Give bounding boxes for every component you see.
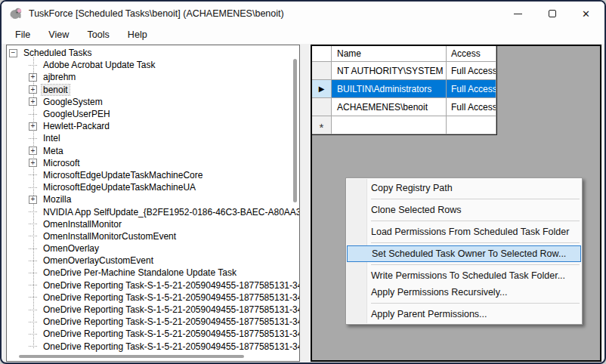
tree-item-microsoft[interactable]: +Microsoft bbox=[9, 157, 292, 169]
tree-item-onedrive[interactable]: OneDrive Reporting Task-S-1-5-21-2059049… bbox=[9, 341, 292, 353]
tree-item-hewlett-packard[interactable]: +Hewlett-Packard bbox=[9, 120, 292, 132]
context-menu-item-load-permissions-from-scheduled-task-fol[interactable]: Load Permissions From Scheduled Task Fol… bbox=[346, 224, 582, 240]
tree-item-omeninstallmonitor[interactable]: OmenInstallMonitor bbox=[9, 218, 292, 230]
grid-cell-name[interactable]: NT AUTHORITY\SYSTEM bbox=[332, 62, 447, 80]
tree-item-label[interactable]: OneDrive Reporting Task-S-1-5-21-2059049… bbox=[42, 316, 300, 327]
grid-cell-access[interactable]: Full Access bbox=[447, 80, 496, 98]
context-menu-item-clone-selected-rows[interactable]: Clone Selected Rows bbox=[346, 202, 582, 218]
tree-item-microsoftedgeupdatetaskmachineua[interactable]: MicrosoftEdgeUpdateTaskMachineUA bbox=[9, 181, 292, 193]
tree-horizontal-scrollbar[interactable] bbox=[19, 355, 244, 358]
tree-item-omenoverlay[interactable]: OmenOverlay bbox=[9, 242, 292, 254]
collapse-icon[interactable]: − bbox=[9, 49, 17, 57]
tree-item-label[interactable]: NVIDIA App SelfUpdate_{B2FE1952-0186-46C… bbox=[42, 207, 300, 217]
tree-item-label[interactable]: Microsoft bbox=[42, 158, 82, 168]
tree-item-label[interactable]: OmenOverlayCustomEvent bbox=[42, 255, 155, 266]
grid-row[interactable]: ▶BUILTIN\AdministratorsFull Access bbox=[312, 80, 496, 98]
tree-item-onedrive[interactable]: OneDrive Reporting Task-S-1-5-21-2059049… bbox=[9, 316, 292, 328]
tree-item-label[interactable]: OmenOverlay bbox=[42, 243, 100, 254]
grid-row-selector[interactable] bbox=[312, 98, 332, 116]
tree-item-intel[interactable]: Intel bbox=[9, 132, 292, 144]
menu-help[interactable]: Help bbox=[120, 27, 155, 42]
tree-item-onedrive[interactable]: OneDrive Reporting Task-S-1-5-21-2059049… bbox=[9, 328, 292, 340]
mammoth-app-icon bbox=[9, 7, 23, 20]
tree-item-microsoftedgeupdatetaskmachinecore[interactable]: MicrosoftEdgeUpdateTaskMachineCore bbox=[9, 169, 292, 181]
tree-item-label[interactable]: OneDrive Per-Machine Standalone Update T… bbox=[42, 267, 238, 278]
tree-vertical-scrollbar[interactable] bbox=[293, 59, 297, 202]
grid-cell-access[interactable]: Full Access bbox=[447, 62, 496, 80]
grid-cell-name-empty[interactable] bbox=[332, 116, 447, 134]
tree-item-omeninstallmonitorcustomevent[interactable]: OmenInstallMonitorCustomEvent bbox=[9, 230, 292, 242]
tree-item-label[interactable]: MicrosoftEdgeUpdateTaskMachineCore bbox=[42, 170, 204, 180]
tree-item-label[interactable]: OneDrive Reporting Task-S-1-5-21-2059049… bbox=[42, 304, 300, 315]
tree-item-label[interactable]: ajbrehm bbox=[42, 72, 77, 82]
tree-item-label[interactable]: Mozilla bbox=[42, 194, 73, 205]
tree-item-label[interactable]: OneDrive Reporting Task-S-1-5-21-2059049… bbox=[42, 292, 300, 303]
grid-row-selector-current[interactable]: ▶ bbox=[312, 80, 332, 98]
context-menu-separator bbox=[371, 221, 580, 221]
expand-icon[interactable]: + bbox=[29, 85, 37, 94]
grid-row[interactable]: NT AUTHORITY\SYSTEMFull Access bbox=[312, 62, 496, 80]
expand-icon[interactable]: + bbox=[29, 147, 37, 155]
grid-corner-cell[interactable] bbox=[312, 46, 332, 62]
tree-item-onedrive[interactable]: OneDrive Reporting Task-S-1-5-21-2059049… bbox=[9, 292, 292, 304]
grid-cell-access[interactable]: Full Access bbox=[447, 98, 496, 116]
tree-item-label[interactable]: OmenInstallMonitorCustomEvent bbox=[42, 231, 178, 242]
expand-icon[interactable]: + bbox=[29, 73, 37, 82]
tree-item-meta[interactable]: +Meta bbox=[9, 145, 292, 157]
tree-item-scheduled[interactable]: −Scheduled Tasks bbox=[9, 47, 292, 59]
tree-item-omenoverlaycustomevent[interactable]: OmenOverlayCustomEvent bbox=[9, 254, 292, 267]
tree-item-googleuserpeh[interactable]: GoogleUserPEH bbox=[9, 108, 292, 120]
tree-leaf-connector bbox=[29, 273, 37, 273]
tree-item-nvidia[interactable]: NVIDIA App SelfUpdate_{B2FE1952-0186-46C… bbox=[9, 205, 292, 217]
context-menu-item-set-scheduled-task-owner-to-selected-row[interactable]: Set Scheduled Task Owner To Selected Row… bbox=[347, 245, 581, 262]
menu-view[interactable]: View bbox=[41, 27, 76, 42]
tree-item-label[interactable]: GoogleSystem bbox=[42, 97, 104, 107]
context-menu-separator bbox=[371, 199, 580, 199]
tree-item-label[interactable]: OneDrive Reporting Task-S-1-5-21-2059049… bbox=[42, 341, 300, 352]
tree-item-benoit[interactable]: +benoit bbox=[9, 84, 292, 96]
menu-tools[interactable]: Tools bbox=[79, 27, 116, 42]
close-button[interactable]: ✕ bbox=[569, 2, 603, 26]
tree-leaf-connector bbox=[29, 211, 37, 212]
context-menu-item-apply-parent-permissions[interactable]: Apply Parent Permissions... bbox=[346, 306, 582, 322]
tree-item-adobe[interactable]: Adobe Acrobat Update Task bbox=[9, 59, 292, 71]
tree-item-label[interactable]: OneDrive Reporting Task-S-1-5-21-2059049… bbox=[42, 280, 300, 291]
expand-icon[interactable]: + bbox=[29, 122, 37, 131]
grid-row-selector[interactable] bbox=[312, 62, 332, 80]
context-menu-item-write-permissions-to-scheduled-task-fold[interactable]: Write Permissions To Scheduled Task Fold… bbox=[346, 267, 582, 284]
minimize-button[interactable] bbox=[501, 2, 535, 26]
title-bar: TuskForce [Scheduled Tasks\benoit] (ACHA… bbox=[2, 2, 604, 26]
grid-cell-name[interactable]: BUILTIN\Administrators bbox=[332, 80, 447, 98]
tree-item-label[interactable]: Meta bbox=[42, 146, 65, 156]
tree-item-label[interactable]: MicrosoftEdgeUpdateTaskMachineUA bbox=[42, 182, 197, 193]
context-menu-item-copy-registry-path[interactable]: Copy Registry Path bbox=[346, 180, 582, 196]
tree-item-onedrive[interactable]: OneDrive Reporting Task-S-1-5-21-2059049… bbox=[9, 279, 292, 292]
grid-cell-name[interactable]: ACHAEMENES\benoit bbox=[332, 98, 447, 116]
grid-column-header-access[interactable]: Access bbox=[447, 46, 496, 62]
tree-item-label[interactable]: OmenInstallMonitor bbox=[42, 219, 123, 230]
tree-item-label[interactable]: GoogleUserPEH bbox=[42, 109, 112, 119]
tree-item-mozilla[interactable]: +Mozilla bbox=[9, 193, 292, 205]
grid-cell-access-empty[interactable] bbox=[447, 116, 496, 134]
tree-item-label[interactable]: Hewlett-Packard bbox=[42, 121, 111, 131]
expand-icon[interactable]: + bbox=[29, 196, 37, 204]
grid-header-row: Name Access bbox=[312, 46, 496, 62]
tree-item-onedrive[interactable]: OneDrive Per-Machine Standalone Update T… bbox=[9, 267, 292, 279]
maximize-button[interactable] bbox=[535, 2, 569, 26]
expand-icon[interactable]: + bbox=[29, 97, 37, 106]
tree-item-onedrive[interactable]: OneDrive Reporting Task-S-1-5-21-2059049… bbox=[9, 304, 292, 316]
grid-new-row-selector[interactable]: * bbox=[312, 116, 332, 134]
context-menu-item-apply-permissions-recursively[interactable]: Apply Permissions Recursively... bbox=[346, 284, 582, 301]
tree-item-label[interactable]: OneDrive Reporting Task-S-1-5-21-2059049… bbox=[42, 329, 300, 339]
tree-item-googlesystem[interactable]: +GoogleSystem bbox=[9, 96, 292, 108]
grid-column-header-name[interactable]: Name bbox=[332, 46, 447, 62]
tree-item-label[interactable]: benoit bbox=[42, 85, 70, 95]
tree-item-label[interactable]: Adobe Acrobat Update Task bbox=[42, 60, 157, 70]
tree-item-ajbrehm[interactable]: +ajbrehm bbox=[9, 71, 292, 83]
grid-new-row[interactable]: * bbox=[312, 116, 496, 134]
menu-file[interactable]: File bbox=[8, 27, 38, 42]
expand-icon[interactable]: + bbox=[29, 159, 37, 167]
grid-row[interactable]: ACHAEMENES\benoitFull Access bbox=[312, 98, 496, 116]
tree-item-label[interactable]: Intel bbox=[42, 133, 62, 143]
tree-item-label[interactable]: Scheduled Tasks bbox=[22, 48, 94, 58]
